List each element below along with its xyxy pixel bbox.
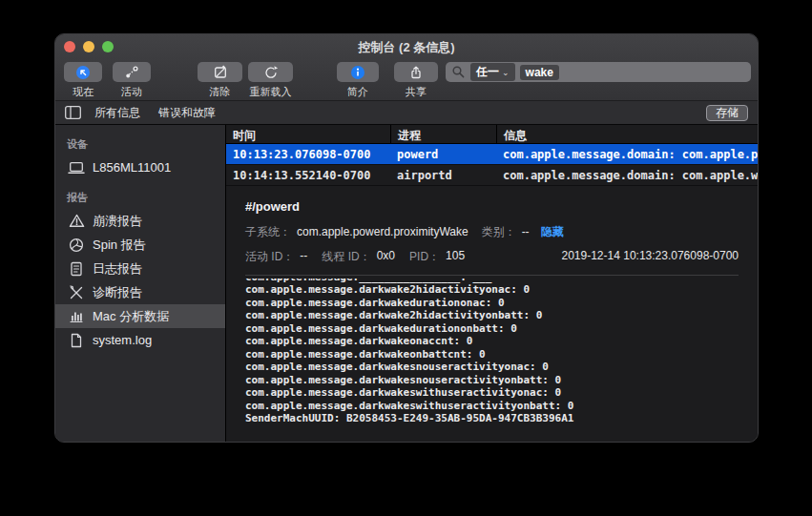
now-button-face bbox=[64, 62, 102, 82]
sidebar-item-label: system.log bbox=[93, 333, 152, 347]
window-chrome: 控制台 (2 条信息) 现在 bbox=[55, 34, 758, 101]
log-line: com.apple.message.darkwakedurationonac: … bbox=[245, 297, 739, 310]
filter-bar: 所有信息 错误和故障 存储 bbox=[55, 101, 758, 125]
sidebar-item-crash-reports[interactable]: 崩溃报告 bbox=[55, 209, 225, 233]
log-line: com.apple.message.darkwakesnouseractivit… bbox=[245, 361, 739, 374]
log-line: com.apple.message.darkwakeswithuseractiv… bbox=[245, 400, 739, 413]
now-button[interactable]: 现在 bbox=[64, 62, 102, 99]
reload-button-label: 重新载入 bbox=[250, 85, 292, 99]
sidebar-item-diagnostic-reports[interactable]: 诊断报告 bbox=[55, 280, 225, 304]
sidebar-toggle-button[interactable] bbox=[65, 106, 81, 119]
info-button-label: 简介 bbox=[347, 85, 368, 99]
share-button[interactable]: 共享 bbox=[394, 62, 438, 99]
hide-link[interactable]: 隐藏 bbox=[541, 224, 564, 240]
laptop-icon bbox=[67, 161, 86, 175]
sidebar-item-label: Mac 分析数据 bbox=[93, 308, 169, 325]
file-icon bbox=[67, 333, 86, 348]
sidebar-section-devices: 设备 bbox=[55, 134, 225, 155]
sidebar-item-label: 诊断报告 bbox=[93, 284, 142, 301]
column-header-message[interactable]: 信息 bbox=[496, 125, 758, 143]
cell-process: powerd bbox=[390, 148, 496, 161]
chevron-down-icon: ⌄ bbox=[502, 68, 510, 77]
share-icon bbox=[408, 65, 424, 80]
detail-meta-row-1: 子系统： com.apple.powerd.proximityWake 类别： … bbox=[245, 224, 739, 240]
sidebar-item-label: L856ML11001 bbox=[93, 160, 171, 175]
cell-time: 10:14:13.552140-0700 bbox=[226, 169, 390, 182]
activity-button-face bbox=[113, 62, 151, 82]
now-button-label: 现在 bbox=[73, 85, 94, 99]
clear-button-face bbox=[198, 62, 242, 82]
log-line: SenderMachUUID: B2058453-E249-35AB-95DA-… bbox=[245, 412, 739, 425]
log-document-icon bbox=[67, 261, 86, 277]
sidebar-item-log-reports[interactable]: 日志报告 bbox=[55, 257, 225, 280]
tab-errors-and-faults[interactable]: 错误和故障 bbox=[158, 105, 216, 121]
console-window: 控制台 (2 条信息) 现在 bbox=[54, 33, 759, 443]
clear-button[interactable]: 清除 bbox=[198, 62, 242, 99]
table-row[interactable]: 10:13:23.076098-0700 powerd com.apple.me… bbox=[226, 144, 758, 165]
title-bar[interactable]: 控制台 (2 条信息) bbox=[55, 34, 758, 58]
cell-process: airportd bbox=[390, 169, 496, 182]
log-line: com.apple.message.darkwakedurationonbatt… bbox=[245, 322, 739, 336]
subsystem-value: com.apple.powerd.proximityWake bbox=[297, 225, 468, 238]
log-line: com.apple.message.darkwake2hidactivityon… bbox=[245, 309, 739, 322]
log-line: com.apple.message.darkwakeonbattcnt: 0 bbox=[245, 348, 739, 361]
save-button[interactable]: 存储 bbox=[706, 105, 748, 121]
share-button-face bbox=[394, 62, 438, 82]
cell-time: 10:13:23.076098-0700 bbox=[226, 148, 390, 161]
detail-meta-row-2: 活动 ID： -- 线程 ID： 0x0 PID： 105 bbox=[245, 249, 739, 265]
clear-button-label: 清除 bbox=[210, 85, 231, 99]
detail-pane: #/powerd 子系统： com.apple.powerd.proximity… bbox=[226, 186, 758, 442]
sidebar-item-label: 日志报告 bbox=[93, 260, 142, 278]
tab-all-messages[interactable]: 所有信息 bbox=[94, 105, 140, 121]
search-icon bbox=[451, 65, 466, 79]
info-button[interactable]: 简介 bbox=[337, 62, 379, 99]
sidebar-section-reports: 报告 bbox=[55, 188, 225, 209]
search-scope-token[interactable]: 任一 ⌄ bbox=[470, 63, 515, 81]
sidebar-item-system-log[interactable]: system.log bbox=[55, 328, 225, 352]
spin-shutter-icon bbox=[67, 237, 86, 253]
toolbar: 现在 活动 bbox=[55, 58, 758, 100]
log-line: com.apple.message.darkwakeonaccnt: 0 bbox=[245, 335, 739, 348]
column-header-process[interactable]: 进程 bbox=[390, 125, 496, 143]
reload-button[interactable]: 重新载入 bbox=[248, 62, 293, 99]
log-line: com.apple.message.darkwakesnouseractivit… bbox=[245, 374, 739, 387]
column-header-time[interactable]: 时间 bbox=[226, 125, 390, 143]
clear-icon bbox=[213, 65, 228, 80]
activity-button-label: 活动 bbox=[121, 85, 142, 99]
diagnostic-tools-icon bbox=[67, 285, 86, 300]
activity-button[interactable]: 活动 bbox=[113, 62, 151, 99]
sidebar-item-mac-analytics[interactable]: Mac 分析数据 bbox=[55, 304, 225, 328]
thread-id-value: 0x0 bbox=[377, 249, 395, 265]
search-term-label: wake bbox=[526, 66, 553, 79]
window-title: 控制台 (2 条信息) bbox=[55, 39, 758, 56]
detail-title: #/powerd bbox=[245, 199, 739, 214]
log-body[interactable]: com.apple.message.________________: ___ … bbox=[245, 279, 739, 425]
activity-id-label: 活动 ID： bbox=[245, 249, 294, 265]
sidebar-toggle-icon bbox=[65, 106, 81, 119]
bar-chart-icon bbox=[67, 309, 86, 323]
detail-separator bbox=[245, 275, 739, 276]
reload-icon bbox=[263, 65, 279, 80]
activity-path-icon bbox=[124, 65, 139, 80]
sidebar-item-label: Spin 报告 bbox=[93, 237, 146, 254]
search-input[interactable]: 任一 ⌄ wake bbox=[446, 62, 751, 82]
search-term-token[interactable]: wake bbox=[520, 65, 559, 80]
desktop-background: 控制台 (2 条信息) 现在 bbox=[0, 0, 812, 516]
cell-message: com.apple.message.domain: com.apple.p… bbox=[496, 148, 758, 161]
category-value: -- bbox=[522, 225, 530, 238]
warning-triangle-icon bbox=[67, 214, 86, 228]
sidebar-item-spin-reports[interactable]: Spin 报告 bbox=[55, 233, 225, 257]
log-line: com.apple.message.darkwake2hidactivityon… bbox=[245, 283, 739, 297]
info-button-face bbox=[337, 62, 379, 82]
sidebar: 设备 L856ML11001 报告 bbox=[55, 125, 226, 442]
table-header: 时间 进程 信息 bbox=[226, 125, 758, 144]
sidebar-item-device[interactable]: L856ML11001 bbox=[55, 155, 225, 179]
search-scope-label: 任一 bbox=[476, 64, 499, 80]
pid-value: 105 bbox=[446, 249, 465, 265]
category-label: 类别： bbox=[482, 224, 516, 240]
pid-label: PID： bbox=[409, 249, 440, 265]
info-icon bbox=[350, 65, 365, 80]
thread-id-label: 线程 ID： bbox=[322, 249, 370, 265]
table-row[interactable]: 10:14:13.552140-0700 airportd com.apple.… bbox=[226, 165, 758, 186]
subsystem-label: 子系统： bbox=[245, 224, 291, 240]
